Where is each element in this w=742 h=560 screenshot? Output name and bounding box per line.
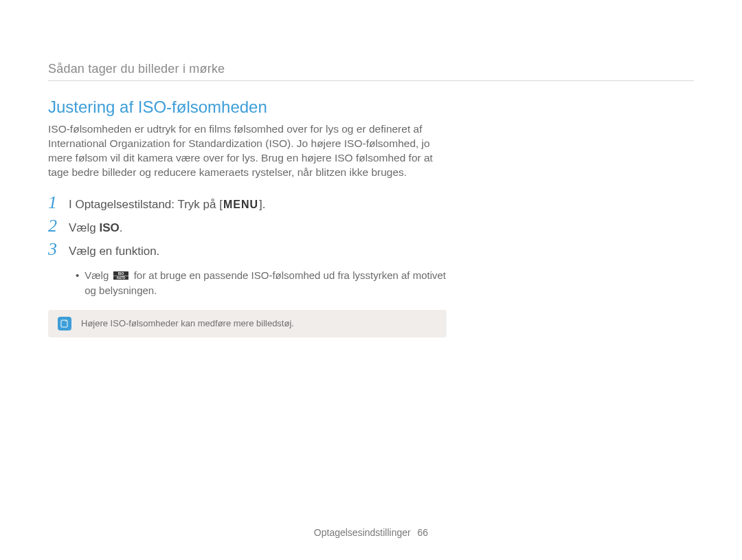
note-text: Højere ISO-følsomheder kan medføre mere … xyxy=(81,318,294,328)
breadcrumb: Sådan tager du billeder i mørke xyxy=(48,62,694,76)
svg-text:ISO: ISO xyxy=(118,271,124,276)
menu-button-label: MENU xyxy=(223,199,259,211)
step-2-suffix: . xyxy=(120,221,123,234)
iso-auto-icon: ISO AUTO xyxy=(113,269,128,283)
step-number: 1 xyxy=(48,194,69,212)
footer-section: Optagelsesindstillinger xyxy=(314,527,411,538)
divider xyxy=(48,80,694,81)
section-heading: Justering af ISO-følsomheden xyxy=(48,98,447,117)
step-1-suffix: ]. xyxy=(259,198,265,211)
step-1: 1 I Optagelsestilstand: Tryk på [MENU]. xyxy=(48,194,447,212)
intro-paragraph: ISO-følsomheden er udtryk for en films f… xyxy=(48,122,447,180)
step-2-prefix: Vælg xyxy=(69,221,99,234)
step-text: Vælg en funktion. xyxy=(69,245,159,258)
content-column: Justering af ISO-følsomheden ISO-følsomh… xyxy=(48,98,447,337)
step-3: 3 Vælg en funktion. xyxy=(48,240,447,258)
sub-bullet-list: Vælg ISO AUTO for at bruge en passende I… xyxy=(76,268,447,298)
step-1-prefix: I Optagelsestilstand: Tryk på [ xyxy=(69,198,223,211)
step-text: Vælg ISO. xyxy=(69,221,122,235)
page-number: 66 xyxy=(418,527,429,538)
sub-bullet-prefix: Vælg xyxy=(85,269,111,281)
note-icon xyxy=(58,317,71,331)
step-2-bold: ISO xyxy=(99,221,119,234)
step-text: I Optagelsestilstand: Tryk på [MENU]. xyxy=(69,198,266,212)
step-list: 1 I Optagelsestilstand: Tryk på [MENU]. … xyxy=(48,194,447,258)
manual-page: Sådan tager du billeder i mørke Justerin… xyxy=(0,0,742,560)
sub-bullet: Vælg ISO AUTO for at bruge en passende I… xyxy=(76,268,447,298)
sub-bullet-suffix: for at bruge en passende ISO-følsomhed u… xyxy=(85,269,446,296)
step-number: 2 xyxy=(48,217,69,235)
page-footer: Optagelsesindstillinger 66 xyxy=(0,527,742,538)
svg-text:AUTO: AUTO xyxy=(117,276,126,280)
note-box: Højere ISO-følsomheder kan medføre mere … xyxy=(48,310,447,337)
sub-bullet-body: Vælg ISO AUTO for at bruge en passende I… xyxy=(85,268,447,298)
step-number: 3 xyxy=(48,240,69,258)
step-2: 2 Vælg ISO. xyxy=(48,217,447,235)
